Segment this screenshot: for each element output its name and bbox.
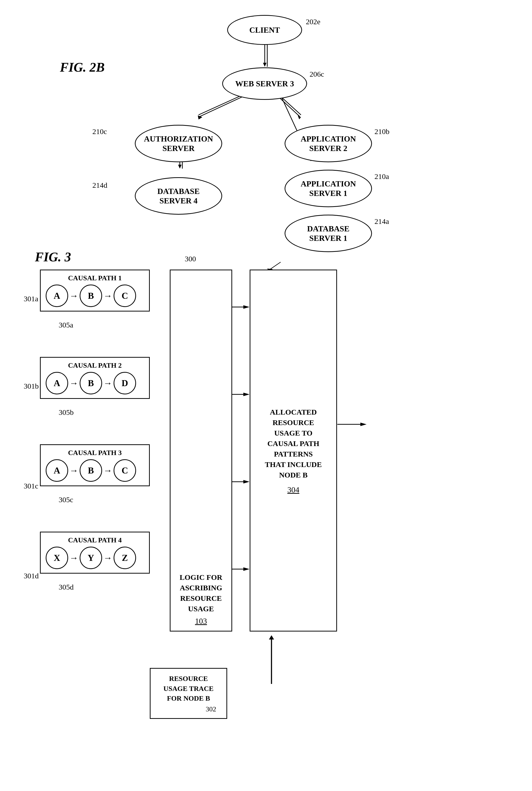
- ref-305c: 305c: [59, 496, 73, 504]
- causal-path2-nodes: A → B → D: [46, 372, 144, 394]
- appserver2-node: APPLICATIONSERVER 2: [285, 125, 372, 162]
- trace-box: RESOURCEUSAGE TRACEFOR NODE B 302: [150, 668, 227, 719]
- svg-marker-35: [360, 423, 366, 426]
- causal-path1-nodes: A → B → C: [46, 285, 144, 307]
- svg-marker-37: [269, 635, 274, 639]
- fig2b-diagram: FIG. 2B: [10, 10, 522, 235]
- svg-marker-13: [178, 165, 182, 169]
- dbserver1-ref: 214a: [375, 217, 389, 226]
- fig3-label: FIG. 3: [35, 250, 71, 264]
- appserver2-ref: 210b: [375, 127, 390, 136]
- causal-path3-box: CAUSAL PATH 3 A → B → C: [40, 444, 150, 486]
- page: { "fig2b": { "label": "FIG. 2B", "nodes"…: [0, 0, 532, 791]
- trace-ref: 302: [178, 705, 244, 713]
- causal-path1-box: CAUSAL PATH 1 A → B → C: [40, 270, 150, 311]
- dbserver1-node: DATABASESERVER 1: [285, 215, 372, 252]
- ref-301c: 301c: [24, 482, 38, 490]
- ref-305d: 305d: [59, 583, 74, 591]
- causal-path3-title: CAUSAL PATH 3: [46, 449, 144, 457]
- node-C-1: C: [114, 285, 136, 307]
- svg-marker-31: [243, 480, 250, 483]
- ref-305a: 305a: [59, 321, 73, 329]
- svg-marker-1: [263, 63, 266, 67]
- node-B-2: B: [80, 372, 102, 394]
- ref-301d: 301d: [24, 572, 39, 580]
- fig3-diagram: FIG. 3 300: [10, 250, 522, 791]
- dbserver4-node: DATABASESERVER 4: [135, 177, 222, 215]
- node-B-1: B: [80, 285, 102, 307]
- appserver1-ref: 210a: [375, 172, 389, 181]
- causal-path1-title: CAUSAL PATH 1: [46, 274, 144, 282]
- svg-marker-27: [243, 305, 250, 309]
- svg-marker-8: [298, 115, 301, 119]
- ref-300: 300: [185, 255, 196, 263]
- node-X-4: X: [46, 547, 68, 569]
- node-Y-4: Y: [80, 547, 102, 569]
- causal-path3-nodes: A → B → C: [46, 459, 144, 482]
- fig2b-label: FIG. 2B: [60, 60, 104, 75]
- ref-301b: 301b: [24, 382, 39, 390]
- trace-box-text: RESOURCEUSAGE TRACEFOR NODE B: [155, 674, 222, 703]
- svg-line-24: [270, 262, 281, 270]
- causal-path2-title: CAUSAL PATH 2: [46, 362, 144, 369]
- logic-box: LOGIC FORASCRIBINGRESOURCEUSAGE 103: [170, 270, 232, 632]
- allocated-box-text: ALLOCATEDRESOURCEUSAGE TOCAUSAL PATHPATT…: [265, 407, 322, 480]
- node-A-3: A: [46, 459, 68, 482]
- causal-path2-box: CAUSAL PATH 2 A → B → D: [40, 357, 150, 399]
- svg-marker-33: [243, 567, 250, 571]
- authserver-ref: 210c: [92, 127, 107, 136]
- node-B-3: B: [80, 459, 102, 482]
- causal-path4-title: CAUSAL PATH 4: [46, 536, 144, 544]
- causal-path4-nodes: X → Y → Z: [46, 547, 144, 569]
- svg-marker-29: [243, 393, 250, 396]
- ref-305b: 305b: [59, 408, 74, 417]
- logic-box-text: LOGIC FORASCRIBINGRESOURCEUSAGE: [180, 572, 223, 614]
- authserver-node: AUTHORIZATIONSERVER: [135, 125, 222, 162]
- node-D-2: D: [114, 372, 136, 394]
- causal-path4-box: CAUSAL PATH 4 X → Y → Z: [40, 532, 150, 574]
- allocated-box-ref: 304: [287, 485, 299, 495]
- allocated-box: ALLOCATEDRESOURCEUSAGE TOCAUSAL PATHPATT…: [250, 270, 337, 632]
- appserver1-node: APPLICATIONSERVER 1: [285, 170, 372, 207]
- node-Z-4: Z: [114, 547, 136, 569]
- client-node: CLIENT: [227, 15, 302, 45]
- node-A-2: A: [46, 372, 68, 394]
- dbserver4-ref: 214d: [92, 181, 107, 190]
- logic-box-ref: 103: [195, 617, 207, 626]
- webserver3-ref: 206c: [309, 70, 324, 78]
- ref-301a: 301a: [24, 294, 38, 303]
- svg-marker-5: [198, 115, 202, 119]
- client-ref: 202e: [306, 18, 320, 26]
- node-A-1: A: [46, 285, 68, 307]
- node-C-3: C: [114, 459, 136, 482]
- webserver3-node: WEB SERVER 3: [222, 67, 307, 100]
